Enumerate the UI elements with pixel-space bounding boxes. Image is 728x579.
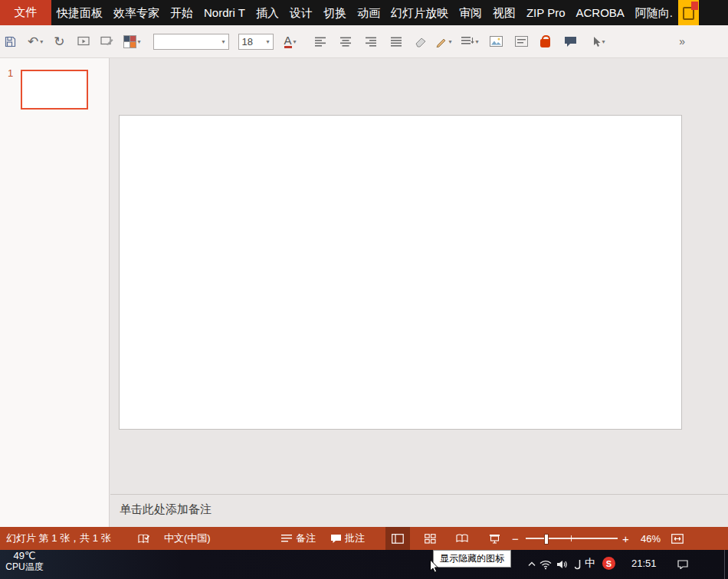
notes-icon [281, 534, 293, 543]
slide-thumbnail-panel: 1 [0, 58, 110, 527]
show-desktop-button[interactable] [724, 550, 728, 579]
save-icon [4, 35, 17, 48]
comments-icon [330, 534, 342, 544]
windows-taskbar: 49℃ CPU温度 显示隐藏的图标 中 S 21:51 [0, 550, 728, 579]
zoom-in-button[interactable]: + [622, 527, 629, 550]
tab-view[interactable]: 视图 [487, 0, 521, 25]
tab-home[interactable]: 开始 [165, 0, 198, 25]
slide-sorter-icon [425, 534, 436, 544]
show-hidden-icons-button[interactable] [527, 561, 536, 567]
arrange-button[interactable]: ▾ [461, 36, 479, 47]
chevron-down-icon[interactable]: ▾ [602, 38, 605, 45]
tab-nordri-tools[interactable]: Nordri T [198, 0, 251, 25]
slide-thumbnail[interactable] [21, 70, 88, 110]
format-brush-button[interactable] [415, 36, 428, 47]
cpu-temp-widget[interactable]: 49℃ CPU温度 [0, 550, 49, 573]
align-center-icon [340, 37, 352, 47]
select-button[interactable]: ▾ [592, 36, 605, 47]
slide-canvas[interactable] [119, 115, 682, 430]
pencil-icon [435, 36, 448, 47]
font-size-combo[interactable]: 18 ▾ [238, 34, 274, 50]
tab-insert[interactable]: 插入 [251, 0, 284, 25]
sogou-tray-icon[interactable]: S [602, 557, 615, 570]
tab-acrobat[interactable]: ACROBA [570, 0, 629, 25]
volume-button[interactable] [556, 560, 568, 569]
slideshow-view-button[interactable] [482, 527, 507, 550]
promo-button[interactable] [678, 0, 699, 25]
spell-check-button[interactable] [138, 527, 150, 550]
tab-animations[interactable]: 动画 [352, 0, 385, 25]
chevron-down-icon[interactable]: ▾ [222, 38, 225, 45]
language-indicator[interactable]: 中文(中国) [164, 527, 211, 550]
pen-icon [574, 559, 582, 570]
normal-view-button[interactable] [385, 527, 410, 550]
redo-button[interactable]: ↻ [54, 35, 64, 48]
spell-check-icon [138, 533, 150, 544]
chevron-down-icon[interactable]: ▾ [449, 38, 452, 45]
notes-toggle-button[interactable]: 备注 [281, 527, 316, 550]
store-button[interactable] [540, 35, 550, 47]
tab-slideshow[interactable]: 幻灯片放映 [385, 0, 454, 25]
slide-sorter-view-button[interactable] [418, 527, 442, 550]
align-center-button[interactable] [340, 37, 352, 47]
text-box-icon [515, 36, 528, 47]
wifi-icon [539, 560, 552, 570]
ribbon-tab-bar: 文件 快捷面板 效率专家 开始 Nordri T 插入 设计 切换 动画 幻灯片… [0, 0, 728, 25]
chevron-down-icon[interactable]: ▾ [476, 38, 479, 45]
font-name-combo[interactable]: ▾ [153, 34, 229, 50]
text-box-button[interactable] [515, 36, 528, 47]
chevron-down-icon[interactable]: ▾ [138, 38, 141, 45]
comment-button[interactable] [564, 36, 578, 47]
chat-bubble-icon [564, 36, 578, 47]
chevron-down-icon[interactable]: ▾ [267, 38, 270, 45]
tab-efficiency-expert[interactable]: 效率专家 [108, 0, 165, 25]
font-color-button[interactable]: A ▾ [284, 34, 297, 48]
theme-colors-button[interactable]: ▾ [123, 35, 141, 48]
notes-placeholder[interactable]: 单击此处添加备注 [120, 502, 212, 517]
tab-design[interactable]: 设计 [284, 0, 318, 25]
zoom-slider-track[interactable] [526, 538, 618, 539]
cursor-arrow-icon [429, 559, 440, 574]
notes-divider[interactable] [110, 494, 728, 495]
input-method-indicator[interactable]: 中 [585, 557, 595, 571]
notes-toggle-label: 备注 [296, 532, 316, 545]
slideshow-from-start-button[interactable] [77, 35, 91, 47]
toolbar-overflow-button[interactable]: » [679, 25, 685, 57]
tab-review[interactable]: 审阅 [454, 0, 487, 25]
tab-quick-panel[interactable]: 快捷面板 [51, 0, 108, 25]
align-justify-button[interactable] [391, 37, 402, 47]
tab-transitions[interactable]: 切换 [318, 0, 352, 25]
taskbar-clock[interactable]: 21:51 [631, 558, 657, 569]
zoom-slider-thumb[interactable] [544, 534, 549, 545]
file-tab[interactable]: 文件 [0, 0, 51, 25]
chevron-down-icon[interactable]: ▾ [40, 38, 43, 45]
zoom-out-button[interactable]: − [512, 527, 519, 550]
insert-picture-button[interactable] [490, 36, 503, 47]
chevron-down-icon[interactable]: ▾ [293, 38, 297, 45]
comments-toggle-button[interactable]: 批注 [330, 527, 365, 550]
reading-view-button[interactable] [450, 527, 474, 550]
edit-slide-button[interactable] [100, 35, 114, 47]
chevron-up-icon [527, 561, 536, 567]
tab-zip-pro[interactable]: ZIP Pro [521, 0, 571, 25]
network-button[interactable] [539, 560, 552, 570]
slide-counter: 幻灯片 第 1 张，共 1 张 [6, 527, 111, 550]
edit-slide-icon [100, 35, 114, 47]
zoom-slider[interactable] [526, 527, 618, 550]
align-left-button[interactable] [315, 37, 326, 47]
fit-to-window-button[interactable] [671, 527, 684, 550]
cpu-temp-label: CPU温度 [0, 561, 49, 573]
shape-outline-button[interactable]: ▾ [435, 36, 452, 47]
tab-asui[interactable]: 阿随向... [630, 0, 673, 25]
undo-button[interactable]: ↶ ▾ [28, 35, 43, 48]
save-button[interactable] [4, 35, 17, 48]
editor-area: 单击此处添加备注 [110, 58, 728, 527]
zoom-slider-center-mark [571, 535, 572, 541]
align-right-button[interactable] [366, 37, 377, 47]
speaker-icon [556, 560, 568, 569]
action-center-button[interactable] [677, 560, 688, 569]
picture-icon [490, 36, 503, 47]
zoom-level[interactable]: 46% [641, 527, 661, 550]
format-brush-icon [415, 36, 428, 47]
pen-tray-button[interactable] [574, 559, 582, 570]
